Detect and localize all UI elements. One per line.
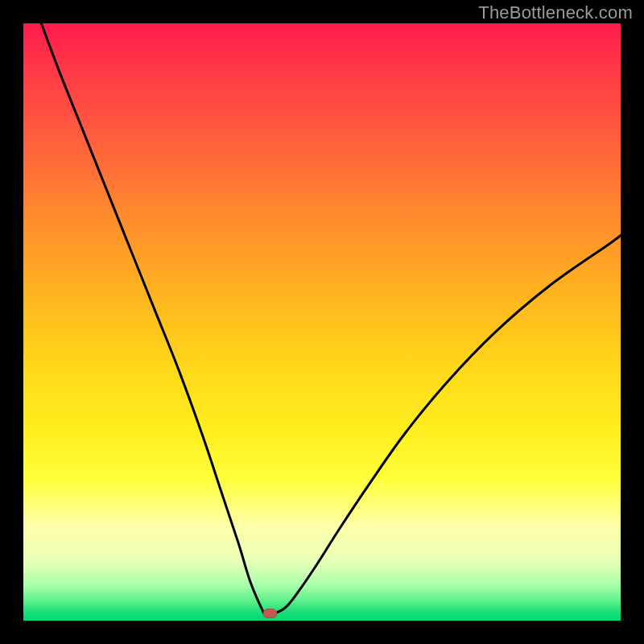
bottleneck-curve [41,23,621,614]
plot-area [23,23,621,621]
svg-rect-0 [263,609,277,618]
curve-layer [23,23,621,621]
chart-frame: TheBottleneck.com [0,0,644,644]
watermark-text: TheBottleneck.com [478,2,633,23]
marker-dot [263,609,277,618]
